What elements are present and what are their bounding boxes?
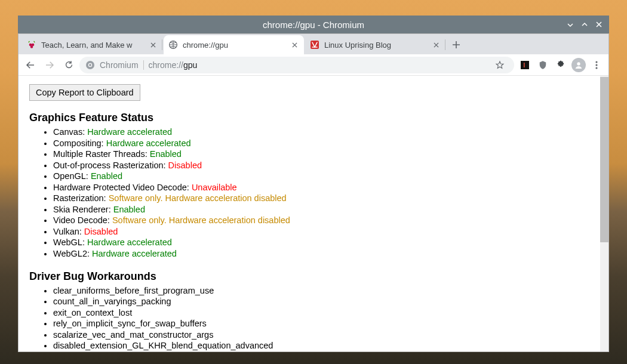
svg-rect-8 bbox=[521, 61, 529, 69]
toolbar-right-group bbox=[517, 57, 605, 73]
feature-value: Software only. Hardware acceleration dis… bbox=[109, 193, 287, 203]
list-item: Vulkan: Disabled bbox=[53, 226, 589, 237]
feature-value: Disabled bbox=[84, 227, 118, 236]
raspberry-pi-icon bbox=[27, 40, 36, 50]
window-minimize-button[interactable] bbox=[564, 18, 577, 31]
tab-title: Linux Uprising Blog bbox=[324, 41, 431, 50]
list-item: Multiple Raster Threads: Enabled bbox=[53, 149, 589, 160]
list-item: Out-of-process Rasterization: Disabled bbox=[53, 160, 589, 171]
list-item: Canvas: Hardware accelerated bbox=[53, 127, 589, 138]
feature-label: Multiple Raster Threads: bbox=[53, 149, 150, 159]
list-item: WebGL: Hardware accelerated bbox=[53, 237, 589, 248]
window-title: chrome://gpu - Chromium bbox=[263, 20, 364, 30]
list-item: Skia Renderer: Enabled bbox=[53, 204, 589, 215]
tab-gpu[interactable]: chrome://gpu bbox=[164, 35, 304, 54]
svg-point-13 bbox=[595, 67, 597, 69]
reload-button[interactable] bbox=[60, 57, 77, 73]
address-bar[interactable]: Chromium chrome://gpu bbox=[79, 57, 514, 73]
list-item: Video Decode: Software only. Hardware ac… bbox=[53, 215, 589, 226]
url-scheme-label: Chromium bbox=[100, 60, 139, 70]
driver-workarounds-list: clear_uniforms_before_first_program_usec… bbox=[29, 285, 589, 351]
tab-title: chrome://gpu bbox=[183, 41, 290, 50]
feature-label: OpenGL: bbox=[53, 171, 91, 181]
list-item: exit_on_context_lost bbox=[53, 307, 589, 319]
feature-label: WebGL2: bbox=[53, 249, 92, 258]
svg-point-2 bbox=[30, 45, 33, 48]
feature-value: Software only. Hardware acceleration dis… bbox=[112, 215, 290, 225]
extension-icon[interactable] bbox=[517, 57, 533, 73]
tab-close-button[interactable] bbox=[431, 40, 441, 50]
feature-value: Hardware accelerated bbox=[92, 249, 177, 258]
new-tab-button[interactable] bbox=[448, 36, 465, 53]
tab-close-button[interactable] bbox=[290, 40, 299, 50]
tab-strip: Teach, Learn, and Make w chrome://gpu Li… bbox=[19, 34, 608, 54]
list-item: Hardware Protected Video Decode: Unavail… bbox=[53, 182, 589, 193]
feature-label: Hardware Protected Video Decode: bbox=[53, 183, 192, 192]
svg-point-10 bbox=[577, 62, 580, 65]
feature-value: Hardware accelerated bbox=[106, 138, 191, 148]
feature-label: Compositing: bbox=[53, 138, 106, 148]
window-close-button[interactable] bbox=[592, 18, 606, 31]
tab-teach[interactable]: Teach, Learn, and Make w bbox=[22, 35, 162, 54]
list-item: count_all_in_varyings_packing bbox=[53, 296, 589, 307]
feature-label: Skia Renderer: bbox=[53, 205, 113, 214]
browser-toolbar: Chromium chrome://gpu bbox=[19, 54, 608, 76]
feature-value: Enabled bbox=[113, 205, 145, 214]
window-titlebar: chrome://gpu - Chromium bbox=[18, 16, 609, 33]
tab-linux-uprising[interactable]: Linux Uprising Blog bbox=[305, 35, 445, 54]
feature-label: Video Decode: bbox=[53, 215, 112, 225]
list-item: WebGL2: Hardware accelerated bbox=[53, 248, 589, 260]
list-item: Rasterization: Software only. Hardware a… bbox=[53, 193, 589, 204]
window-maximize-button[interactable] bbox=[578, 18, 591, 31]
feature-label: Canvas: bbox=[53, 127, 87, 137]
profile-avatar-button[interactable] bbox=[570, 57, 587, 73]
feature-label: Rasterization: bbox=[53, 193, 109, 203]
feature-label: Out-of-process Rasterization: bbox=[53, 161, 168, 170]
list-item: Compositing: Hardware accelerated bbox=[53, 138, 589, 149]
globe-icon bbox=[168, 40, 178, 50]
tab-close-button[interactable] bbox=[148, 40, 158, 50]
forward-button[interactable] bbox=[41, 57, 58, 73]
svg-point-7 bbox=[89, 64, 91, 66]
chromium-icon bbox=[85, 60, 95, 70]
scrollbar-thumb[interactable] bbox=[600, 77, 608, 242]
feature-value: Enabled bbox=[150, 149, 182, 159]
feature-label: Vulkan: bbox=[53, 227, 84, 236]
list-item: OpenGL: Enabled bbox=[53, 171, 589, 182]
graphics-feature-status-heading: Graphics Feature Status bbox=[29, 112, 589, 124]
graphics-feature-list: Canvas: Hardware acceleratedCompositing:… bbox=[29, 127, 589, 260]
feature-label: WebGL: bbox=[53, 237, 87, 247]
feature-value: Hardware accelerated bbox=[87, 237, 172, 247]
url-divider bbox=[143, 60, 144, 70]
tab-title: Teach, Learn, and Make w bbox=[41, 41, 148, 50]
feature-value: Disabled bbox=[168, 161, 202, 170]
driver-bug-workarounds-heading: Driver Bug Workarounds bbox=[29, 270, 589, 283]
list-item: disabled_extension_GL_KHR_blend_equation… bbox=[53, 340, 589, 351]
window-controls bbox=[564, 16, 606, 33]
list-item: rely_on_implicit_sync_for_swap_buffers bbox=[53, 318, 589, 329]
back-button[interactable] bbox=[22, 57, 39, 73]
site-favicon-icon bbox=[310, 40, 319, 50]
extensions-puzzle-icon[interactable] bbox=[552, 57, 569, 73]
page-content: Copy Report to Clipboard Graphics Featur… bbox=[19, 76, 600, 351]
list-item: clear_uniforms_before_first_program_use bbox=[53, 285, 589, 297]
svg-point-12 bbox=[595, 64, 597, 66]
browser-window: Teach, Learn, and Make w chrome://gpu Li… bbox=[18, 33, 609, 352]
url-text: chrome://gpu bbox=[149, 60, 198, 70]
svg-rect-9 bbox=[524, 63, 525, 67]
feature-value: Hardware accelerated bbox=[87, 127, 172, 137]
svg-point-11 bbox=[595, 61, 597, 63]
list-item: scalarize_vec_and_mat_constructor_args bbox=[53, 329, 589, 341]
copy-report-button[interactable]: Copy Report to Clipboard bbox=[29, 84, 140, 101]
feature-value: Unavailable bbox=[192, 183, 237, 192]
extension-shield-icon[interactable] bbox=[534, 57, 551, 73]
browser-menu-button[interactable] bbox=[588, 57, 605, 73]
vertical-scrollbar[interactable] bbox=[600, 76, 608, 351]
bookmark-star-icon[interactable] bbox=[491, 57, 508, 73]
avatar-icon bbox=[571, 58, 586, 72]
feature-value: Enabled bbox=[91, 171, 122, 181]
